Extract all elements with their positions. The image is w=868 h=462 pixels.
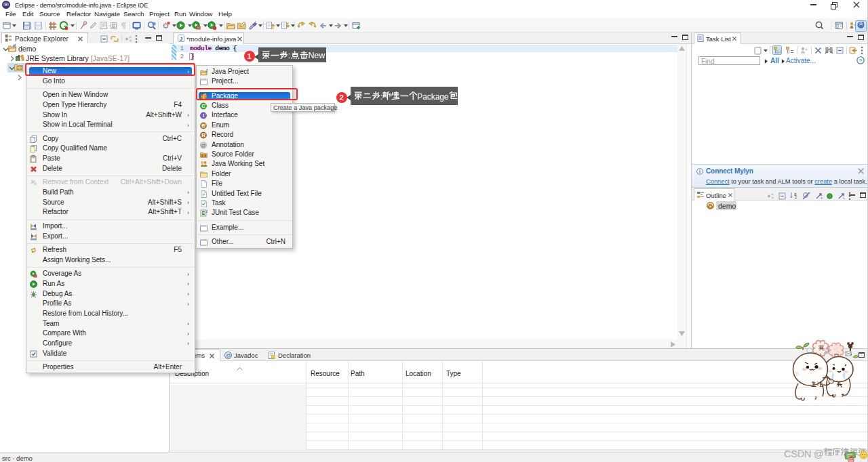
svg-text:L: L [843, 196, 846, 200]
svg-text:J: J [180, 36, 182, 42]
svg-text:s: s [821, 196, 823, 200]
svg-text:E: E [201, 123, 205, 129]
svg-text:C: C [201, 103, 205, 109]
svg-text:R: R [201, 132, 205, 138]
svg-text:@: @ [201, 142, 205, 148]
svg-text:z: z [795, 195, 797, 200]
svg-text:J: J [206, 209, 208, 213]
svg-text:J: J [205, 68, 208, 72]
svg-text:E: E [202, 211, 205, 215]
svg-text:@: @ [225, 352, 231, 358]
svg-text:I: I [203, 113, 204, 119]
svg-text:?: ? [859, 58, 863, 64]
